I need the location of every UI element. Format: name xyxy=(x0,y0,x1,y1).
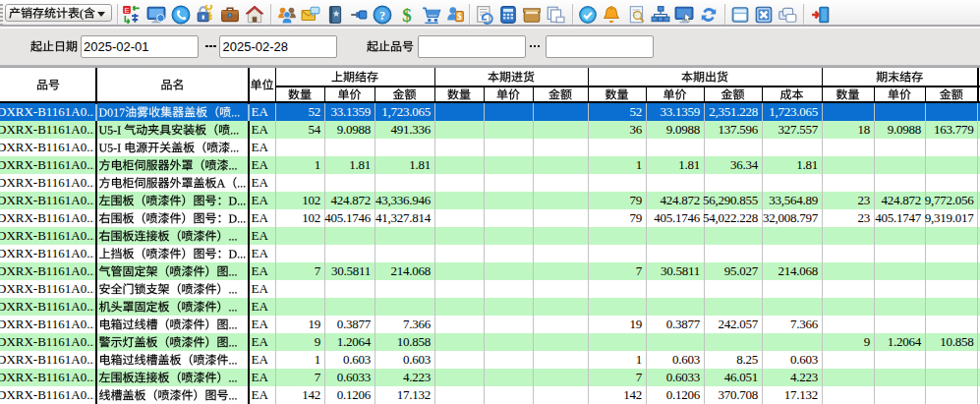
svg-text:?: ? xyxy=(379,8,385,22)
svg-text:$: $ xyxy=(457,11,462,21)
svg-text:$: $ xyxy=(402,5,411,25)
svg-text:E: E xyxy=(124,5,129,14)
